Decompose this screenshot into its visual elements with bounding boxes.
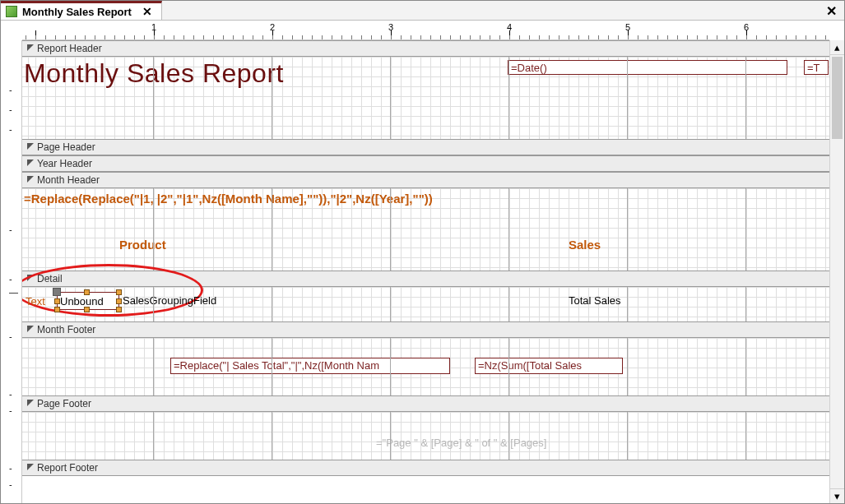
section-marker-icon: [27, 464, 34, 470]
section-label: Page Header: [37, 141, 95, 153]
grouping-field-textbox[interactable]: SalesGroupingField: [123, 294, 216, 307]
section-bar-page-header[interactable]: Page Header: [22, 139, 829, 155]
section-bar-month-header[interactable]: Month Header: [22, 172, 829, 188]
ruler-num: 1: [151, 22, 156, 32]
section-body-month-footer[interactable]: =Replace("| Sales Total","|",Nz([Month N…: [22, 338, 829, 395]
section-label: Report Footer: [37, 462, 98, 474]
section-body-report-header[interactable]: Monthly Sales Report =Date() =T: [22, 57, 829, 139]
section-bar-detail[interactable]: Detail: [22, 270, 829, 287]
vertical-scrollbar[interactable]: ▴ ▾: [829, 40, 844, 503]
page-number-expr[interactable]: ="Page " & [Page] & " of " & [Pages]: [376, 437, 546, 449]
report-icon: [6, 6, 17, 17]
section-marker-icon: [27, 326, 34, 332]
scroll-thumb[interactable]: [832, 57, 843, 139]
section-label: Page Footer: [37, 398, 91, 409]
report-design-window: Monthly Sales Report ✕ ✕ 1 2 3 4 5 6 - -…: [0, 0, 845, 504]
month-total-label-expr[interactable]: =Replace("| Sales Total","|",Nz([Month N…: [170, 358, 450, 374]
ruler-num: 3: [388, 22, 393, 32]
section-marker-icon: [27, 143, 34, 150]
textbox-value: Unbound: [60, 295, 104, 307]
section-marker-icon: [27, 275, 34, 281]
section-label: Month Footer: [37, 324, 95, 335]
tab-monthly-sales-report[interactable]: Monthly Sales Report ✕: [1, 1, 162, 20]
report-title-label[interactable]: Monthly Sales Report: [24, 58, 284, 89]
section-body-detail[interactable]: Text Unbound SalesGroupingField Total Sa…: [22, 287, 829, 321]
ruler-num: 6: [744, 22, 749, 32]
vruler-mark: —: [9, 288, 18, 297]
ruler-num: 4: [507, 22, 512, 32]
section-bar-report-header[interactable]: Report Header: [22, 40, 829, 57]
total-sales-textbox[interactable]: Total Sales: [569, 294, 621, 307]
close-icon[interactable]: ✕: [140, 4, 155, 19]
window-close-icon[interactable]: ✕: [823, 2, 839, 19]
vertical-ruler[interactable]: - - - - - — - - - - -: [1, 40, 22, 503]
new-control-label[interactable]: Text: [26, 295, 45, 307]
column-header-product[interactable]: Product: [119, 238, 166, 252]
section-bar-report-footer[interactable]: Report Footer: [22, 460, 829, 476]
section-marker-icon: [27, 160, 34, 166]
tab-bar: Monthly Sales Report ✕ ✕: [1, 1, 844, 21]
section-body-page-footer[interactable]: ="Page " & [Page] & " of " & [Pages]: [22, 412, 829, 460]
section-marker-icon: [27, 400, 34, 406]
design-workspace: 1 2 3 4 5 6 - - - - - — - - - - - ▴ ▾: [1, 21, 844, 503]
section-label: Report Header: [37, 43, 102, 54]
date-textbox[interactable]: =Date(): [508, 60, 787, 75]
section-label: Detail: [37, 273, 63, 284]
ruler-num: 2: [270, 22, 275, 32]
scroll-track[interactable]: [830, 55, 844, 488]
section-marker-icon: [27, 176, 34, 183]
scroll-down-icon[interactable]: ▾: [830, 488, 844, 503]
design-canvas[interactable]: Report Header Monthly Sales Report =Date…: [22, 40, 829, 503]
horizontal-ruler[interactable]: 1 2 3 4 5 6: [22, 21, 829, 40]
ruler-num: 5: [625, 22, 630, 32]
column-header-sales[interactable]: Sales: [569, 238, 601, 252]
month-year-expr-textbox[interactable]: =Replace(Replace("|1, |2","|1",Nz([Month…: [24, 192, 433, 206]
section-marker-icon: [27, 44, 34, 51]
section-label: Month Header: [37, 174, 100, 186]
new-unbound-textbox[interactable]: Unbound: [57, 292, 119, 310]
section-body-month-header[interactable]: =Replace(Replace("|1, |2","|1",Nz([Month…: [22, 188, 829, 270]
section-bar-month-footer[interactable]: Month Footer: [22, 321, 829, 338]
section-bar-page-footer[interactable]: Page Footer: [22, 395, 829, 412]
month-total-sum-expr[interactable]: =Nz(Sum([Total Sales: [475, 358, 623, 374]
section-bar-year-header[interactable]: Year Header: [22, 155, 829, 172]
scroll-up-icon[interactable]: ▴: [830, 40, 844, 55]
tab-title: Monthly Sales Report: [22, 6, 132, 18]
time-textbox[interactable]: =T: [804, 60, 829, 75]
section-label: Year Header: [37, 158, 92, 169]
